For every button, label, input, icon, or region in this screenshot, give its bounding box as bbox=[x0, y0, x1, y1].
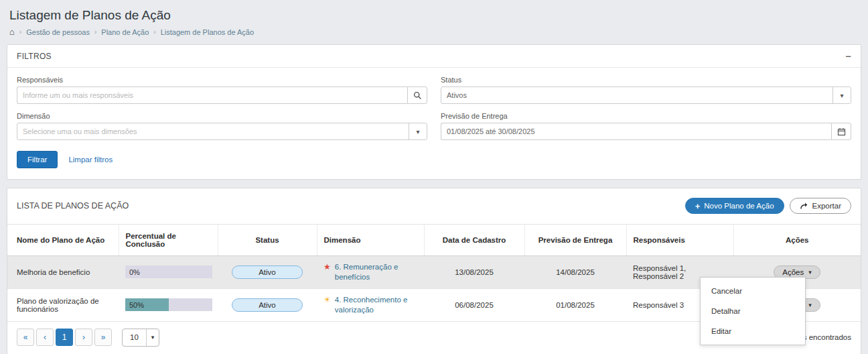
dimensao-select[interactable]: Selecione uma ou mais dimensões ▾ bbox=[17, 123, 427, 140]
pagination-next-button[interactable]: › bbox=[75, 329, 92, 346]
exportar-button[interactable]: Exportar bbox=[790, 198, 851, 214]
plan-progress-cell: 50% bbox=[119, 288, 218, 321]
previsao-entrega-input[interactable] bbox=[441, 123, 831, 140]
pagination-page-1-button[interactable]: 1 bbox=[56, 329, 73, 346]
status-badge: Ativo bbox=[232, 298, 303, 312]
breadcrumb-separator: › bbox=[19, 28, 21, 36]
acoes-label: Ações bbox=[782, 268, 804, 276]
chevron-down-icon[interactable]: ▾ bbox=[833, 87, 851, 103]
filters-panel: FILTROS − Responsáveis bbox=[7, 44, 861, 180]
filters-title: FILTROS bbox=[17, 52, 52, 61]
actions-dropdown-menu: Cancelar Detalhar Editar bbox=[700, 277, 806, 345]
breadcrumb-link-plano-de-acao[interactable]: Plano de Ação bbox=[101, 28, 149, 36]
search-icon bbox=[413, 91, 422, 100]
previsao-entrega-label: Previsão de Entrega bbox=[441, 112, 851, 120]
progress-label: 50% bbox=[129, 301, 144, 309]
pagination: « ‹ 1 › » 10 ▾ bbox=[17, 329, 159, 347]
progress-bar: 0% bbox=[125, 266, 212, 278]
plan-name: Plano de valorização de funcionários bbox=[7, 288, 119, 321]
responsaveis-label: Responsáveis bbox=[17, 76, 427, 84]
calendar-icon bbox=[837, 127, 846, 136]
dimension-label: 6. Remuneração e benefícios bbox=[335, 262, 417, 282]
plan-due-date: 01/08/2025 bbox=[524, 288, 626, 321]
column-header-nome: Nome do Plano de Ação bbox=[7, 225, 119, 256]
plan-status-cell: Ativo bbox=[218, 256, 317, 289]
column-header-previsao-entrega: Previsão de Entrega bbox=[524, 225, 626, 256]
breadcrumb-separator: › bbox=[153, 28, 155, 36]
pagination-last-button[interactable]: » bbox=[94, 329, 112, 346]
filtrar-button[interactable]: Filtrar bbox=[17, 151, 58, 168]
status-label: Status bbox=[441, 76, 851, 84]
plan-dimension-cell: ★ 6. Remuneração e benefícios bbox=[317, 256, 424, 289]
column-header-data-cadastro: Data de Cadastro bbox=[424, 225, 524, 256]
menu-item-editar[interactable]: Editar bbox=[701, 321, 805, 341]
breadcrumb-current: Listagem de Planos de Ação bbox=[161, 28, 254, 36]
page-size-select[interactable]: 10 ▾ bbox=[122, 329, 159, 347]
novo-plano-label: Novo Plano de Ação bbox=[704, 202, 774, 210]
plus-icon: + bbox=[695, 202, 701, 211]
plan-dimension-cell: ☀ 4. Reconhecimento e valorização bbox=[317, 288, 424, 321]
chevron-down-icon: ▾ bbox=[808, 302, 812, 308]
breadcrumb-separator: › bbox=[94, 28, 96, 36]
table-header-row: Nome do Plano de Ação Percentual de Conc… bbox=[7, 225, 861, 256]
responsaveis-input[interactable] bbox=[17, 86, 407, 104]
dimensao-placeholder: Selecione uma ou mais dimensões bbox=[17, 123, 409, 139]
chevron-down-icon[interactable]: ▾ bbox=[409, 123, 427, 139]
column-header-status: Status bbox=[218, 225, 317, 256]
filters-panel-header: FILTROS − bbox=[7, 45, 861, 68]
pagination-first-button[interactable]: « bbox=[17, 329, 34, 346]
collapse-filters-button[interactable]: − bbox=[845, 51, 851, 61]
list-panel-header: LISTA DE PLANOS DE AÇÃO + Novo Plano de … bbox=[7, 188, 861, 224]
dimension-icon: ★ bbox=[323, 262, 331, 272]
dimension-label: 4. Reconhecimento e valorização bbox=[335, 295, 417, 315]
dimensao-field: Dimensão Selecione uma ou mais dimensões… bbox=[17, 112, 427, 140]
dimensao-label: Dimensão bbox=[17, 112, 427, 120]
progress-bar: 50% bbox=[125, 298, 212, 311]
breadcrumb-link-gestao-de-pessoas[interactable]: Gestão de pessoas bbox=[26, 28, 90, 36]
column-header-acoes: Ações bbox=[733, 225, 861, 256]
filters-panel-body: Responsáveis Status Ativos ▾ bbox=[7, 68, 861, 179]
novo-plano-button[interactable]: + Novo Plano de Ação bbox=[685, 198, 784, 214]
column-header-dimensao: Dimensão bbox=[317, 225, 424, 256]
chevron-down-icon: ▾ bbox=[808, 269, 812, 276]
status-field: Status Ativos ▾ bbox=[441, 76, 851, 104]
status-badge: Ativo bbox=[232, 266, 303, 279]
menu-item-cancelar[interactable]: Cancelar bbox=[701, 281, 805, 301]
status-select[interactable]: Ativos ▾ bbox=[441, 86, 851, 104]
responsaveis-field: Responsáveis bbox=[17, 76, 427, 104]
exportar-label: Exportar bbox=[812, 202, 841, 210]
plan-due-date: 14/08/2025 bbox=[524, 256, 626, 289]
list-title: LISTA DE PLANOS DE AÇÃO bbox=[17, 201, 129, 211]
plan-name: Melhoria de beneficio bbox=[7, 256, 119, 289]
dimension-icon: ☀ bbox=[323, 295, 331, 304]
plan-created-date: 06/08/2025 bbox=[424, 288, 524, 321]
previsao-entrega-field: Previsão de Entrega bbox=[441, 112, 851, 140]
breadcrumb: ⌂ › Gestão de pessoas › Plano de Ação › … bbox=[7, 23, 861, 36]
page-title: Listagem de Planos de Ação bbox=[7, 0, 861, 23]
page: Listagem de Planos de Ação ⌂ › Gestão de… bbox=[0, 0, 868, 354]
column-header-responsaveis: Responsáveis bbox=[626, 225, 733, 256]
pagination-prev-button[interactable]: ‹ bbox=[36, 329, 54, 346]
column-header-percentual: Percentual de Conclusão bbox=[119, 225, 218, 256]
menu-item-detalhar[interactable]: Detalhar bbox=[701, 301, 805, 321]
progress-label: 0% bbox=[129, 268, 140, 276]
list-panel: LISTA DE PLANOS DE AÇÃO + Novo Plano de … bbox=[7, 188, 861, 354]
page-size-value: 10 bbox=[123, 329, 146, 346]
status-selected-value: Ativos bbox=[441, 87, 833, 103]
calendar-button[interactable] bbox=[831, 123, 851, 140]
export-icon bbox=[800, 202, 808, 210]
plan-progress-cell: 0% bbox=[119, 256, 218, 289]
plan-created-date: 13/08/2025 bbox=[424, 256, 524, 289]
home-icon[interactable]: ⌂ bbox=[9, 27, 15, 36]
plan-status-cell: Ativo bbox=[218, 288, 317, 321]
limpar-filtros-link[interactable]: Limpar filtros bbox=[68, 156, 113, 164]
chevron-down-icon: ▾ bbox=[146, 329, 159, 346]
search-button[interactable] bbox=[407, 86, 427, 104]
